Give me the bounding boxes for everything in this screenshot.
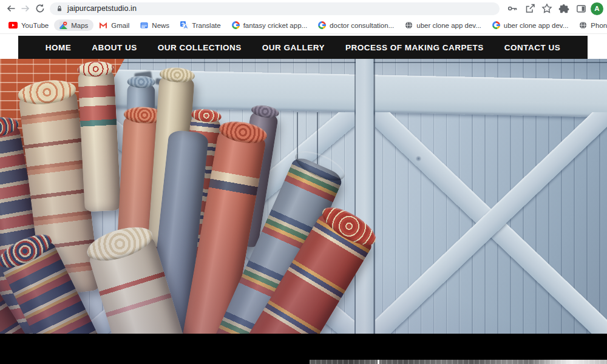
nav-item-contact-us[interactable]: CONTACT US <box>494 43 571 52</box>
globe-icon <box>405 21 413 29</box>
bookmark-gmail[interactable]: Gmail <box>93 20 135 31</box>
hero-vignette <box>0 59 607 334</box>
nav-item-our-gallery[interactable]: OUR GALLERY <box>252 43 335 52</box>
bookmark-label: YouTube <box>21 22 49 29</box>
key-icon <box>507 2 519 15</box>
bookmark-label: Gmail <box>111 22 129 29</box>
bookmark-maps[interactable]: Maps <box>54 19 93 31</box>
back-button[interactable] <box>4 1 18 16</box>
browser-window: jaipurcarpetstudio.in A YouTube <box>0 0 607 364</box>
bookmark-translate[interactable]: Translate <box>175 19 226 31</box>
bookmark-label: News <box>152 22 169 29</box>
bookmark-phonegap[interactable]: PhoneGap app dev... <box>574 19 607 31</box>
bookmark-label: doctor consultation... <box>330 22 394 29</box>
reload-icon <box>34 2 46 15</box>
bookmark-label: fantasy cricket app... <box>243 22 307 29</box>
globe-icon <box>579 21 587 29</box>
puzzle-icon <box>558 3 570 15</box>
below-fold-section <box>0 334 607 364</box>
bookmark-youtube[interactable]: YouTube <box>3 20 54 31</box>
main-navigation: HOME ABOUT US OUR COLLECTIONS OUR GALLER… <box>18 36 588 59</box>
share-button[interactable] <box>523 1 537 16</box>
address-bar[interactable]: jaipurcarpetstudio.in <box>50 2 500 15</box>
bookmark-label: Translate <box>192 22 221 29</box>
google-news-icon <box>140 21 148 29</box>
password-manager-button[interactable] <box>506 1 520 16</box>
browser-toolbar: jaipurcarpetstudio.in A <box>0 0 607 17</box>
lock-icon <box>56 5 63 13</box>
nav-item-our-collections[interactable]: OUR COLLECTIONS <box>148 43 252 52</box>
nav-item-home[interactable]: HOME <box>35 43 82 52</box>
reload-button[interactable] <box>33 1 47 16</box>
share-icon <box>524 2 536 15</box>
bookmark-fantasy-cricket[interactable]: fantasy cricket app... <box>226 19 313 31</box>
bookmark-label: uber clone app dev... <box>416 22 481 29</box>
bookmark-label: PhoneGap app dev... <box>591 22 607 29</box>
forward-arrow-icon <box>19 2 32 15</box>
google-g-icon <box>492 21 500 29</box>
bookmark-star-button[interactable] <box>540 1 554 16</box>
google-g-icon <box>232 21 240 29</box>
next-section-image-edge <box>310 360 607 364</box>
bookmarks-bar: YouTube Maps Gmail News Translate fantas… <box>0 17 607 34</box>
profile-avatar[interactable]: A <box>591 2 603 15</box>
gmail-icon <box>99 22 107 29</box>
bookmark-doctor-consultation[interactable]: doctor consultation... <box>313 19 399 31</box>
side-panel-button[interactable] <box>574 1 588 16</box>
back-arrow-icon <box>5 2 17 15</box>
site-header: HOME ABOUT US OUR COLLECTIONS OUR GALLER… <box>0 34 607 59</box>
bookmark-label: Maps <box>71 22 88 29</box>
nav-item-about-us[interactable]: ABOUT US <box>81 43 148 52</box>
url-text: jaipurcarpetstudio.in <box>67 4 137 13</box>
forward-button[interactable] <box>18 1 33 16</box>
youtube-icon <box>8 22 18 29</box>
nav-item-process-of-making-carpets[interactable]: PROCESS OF MAKING CARPETS <box>335 43 494 52</box>
google-g-icon <box>318 21 326 29</box>
bookmark-uber-clone-1[interactable]: uber clone app dev... <box>399 19 487 31</box>
google-translate-icon <box>180 21 188 29</box>
hero-image <box>0 59 607 334</box>
bookmark-news[interactable]: News <box>135 19 175 31</box>
bookmark-label: uber clone app dev... <box>504 22 569 29</box>
star-icon <box>541 2 553 15</box>
bookmark-uber-clone-2[interactable]: uber clone app dev... <box>487 19 574 31</box>
extensions-button[interactable] <box>557 1 571 16</box>
google-maps-icon <box>59 21 67 29</box>
toolbar-right-group: A <box>506 1 603 16</box>
side-panel-icon <box>575 3 587 15</box>
